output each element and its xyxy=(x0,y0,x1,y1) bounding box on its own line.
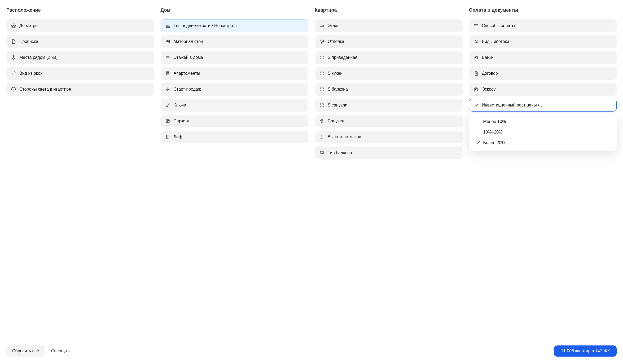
svg-rect-16 xyxy=(474,24,478,27)
escrow-icon xyxy=(473,87,479,92)
metro-icon xyxy=(11,23,16,28)
filter-label: S балкона xyxy=(328,87,348,92)
filter-label: S приведенная xyxy=(328,55,357,60)
card-icon xyxy=(473,23,479,28)
filter-house-1[interactable]: Материал стен xyxy=(161,35,309,48)
filter-label: Банки xyxy=(482,55,494,60)
contract-icon xyxy=(473,71,479,76)
filter-label: Виды ипотеки xyxy=(482,39,509,44)
filter-payment-2[interactable]: Банки xyxy=(469,51,617,64)
paint-roller-icon xyxy=(319,39,324,44)
filter-house-2[interactable]: Этажей в доме xyxy=(161,51,309,64)
svg-rect-10 xyxy=(166,119,169,123)
area-icon xyxy=(319,55,324,60)
area-icon xyxy=(319,103,324,108)
filter-label: Этажей в доме xyxy=(174,55,203,60)
filter-label: Старт продаж xyxy=(174,87,201,92)
filter-location-2[interactable]: Места рядом (2 км) xyxy=(6,51,154,64)
column-title-payment: Оплата и документы xyxy=(469,7,617,13)
investment-growth-popover: Менее 10%10%–20%Более 20% xyxy=(469,114,617,151)
filter-label: Эскроу xyxy=(482,87,496,92)
svg-point-1 xyxy=(13,56,14,57)
filter-apartment-3[interactable]: S кухни xyxy=(315,67,463,80)
filter-label: Прописка xyxy=(19,39,38,44)
column-location: РасположениеДо метроПропискаМеста рядом … xyxy=(6,7,154,96)
filter-location-0[interactable]: До метро xyxy=(6,19,154,32)
svg-rect-13 xyxy=(320,40,323,41)
popover-option-label: Менее 10% xyxy=(483,119,506,124)
filter-label: Санузел xyxy=(328,119,344,123)
filter-payment-3[interactable]: Договор xyxy=(469,67,617,80)
popover-option-label: Более 20% xyxy=(483,140,505,145)
filter-house-7[interactable]: Лифт xyxy=(161,131,309,143)
svg-point-18 xyxy=(476,42,477,43)
filter-label: Этаж xyxy=(328,23,338,28)
area-icon xyxy=(319,71,324,76)
filter-location-1[interactable]: Прописка xyxy=(6,35,154,48)
filter-apartment-5[interactable]: S санузла xyxy=(315,99,463,112)
popover-option-label: 10%–20% xyxy=(483,130,503,135)
ceiling-height-icon xyxy=(319,134,324,140)
parking-icon xyxy=(165,118,170,124)
chart-bars-icon xyxy=(165,23,170,28)
pin-icon xyxy=(11,55,16,60)
filter-location-4[interactable]: Стороны света в квартире xyxy=(6,83,154,96)
svg-rect-21 xyxy=(475,89,477,90)
show-results-button[interactable]: 11 006 квартир в 147 ЖК xyxy=(554,345,617,357)
filter-house-4[interactable]: Старт продаж xyxy=(161,83,309,96)
popover-option-2[interactable]: Более 20% xyxy=(469,137,617,148)
svg-rect-8 xyxy=(166,72,169,75)
filter-house-0[interactable]: Тип недвижимости • Новостро… xyxy=(161,19,309,32)
filter-payment-1[interactable]: Виды ипотеки xyxy=(469,35,617,48)
check-icon xyxy=(475,140,481,145)
collapse-button[interactable]: Свернуть xyxy=(51,349,70,353)
filter-label: До метро xyxy=(19,23,38,28)
filter-label: S кухни xyxy=(328,71,343,76)
balcony-type-icon xyxy=(319,150,324,156)
svg-rect-4 xyxy=(166,26,167,28)
filter-label: Апартаменты xyxy=(174,71,200,76)
svg-rect-15 xyxy=(320,151,323,153)
column-title-house: Дом xyxy=(161,7,309,13)
lightning-icon xyxy=(165,87,170,92)
popover-option-1[interactable]: 10%–20% xyxy=(469,127,617,137)
reset-all-button[interactable]: Сбросить всё xyxy=(6,345,45,357)
svg-rect-14 xyxy=(321,42,322,43)
filter-apartment-7[interactable]: Высота потолков xyxy=(315,131,463,143)
filter-label: Тип балкона xyxy=(328,150,352,155)
filter-label: Места рядом (2 км) xyxy=(19,55,58,60)
filter-apartment-4[interactable]: S балкона xyxy=(315,83,463,96)
filter-house-5[interactable]: Ключи xyxy=(161,99,309,112)
compass-icon xyxy=(11,87,16,92)
filter-house-3[interactable]: Апартаменты xyxy=(161,67,309,80)
filter-house-6[interactable]: Паркинг xyxy=(161,115,309,127)
svg-rect-6 xyxy=(169,26,169,28)
filter-apartment-0[interactable]: Этаж xyxy=(315,19,463,32)
svg-point-2 xyxy=(14,72,15,73)
filter-apartment-2[interactable]: S приведенная xyxy=(315,51,463,64)
filter-payment-4[interactable]: Эскроу xyxy=(469,83,617,96)
area-icon xyxy=(319,87,324,92)
key-icon xyxy=(165,103,170,108)
filter-label: S санузла xyxy=(328,103,347,108)
filter-label: Отделка xyxy=(328,39,344,44)
column-house: ДомТип недвижимости • Новостро…Материал … xyxy=(161,7,309,143)
filter-payment-0[interactable]: Способы оплаты xyxy=(469,19,617,32)
filter-label: Материал стен xyxy=(174,39,203,44)
floors-icon xyxy=(165,55,170,60)
popover-option-0[interactable]: Менее 10% xyxy=(469,116,617,127)
filter-label: Паркинг xyxy=(174,119,190,123)
filter-payment-5[interactable]: Инвестиционный рост цены • … xyxy=(469,99,617,112)
filter-apartment-8[interactable]: Тип балкона xyxy=(315,147,463,159)
filter-location-3[interactable]: Вид из окон xyxy=(6,67,154,80)
filter-label: Инвестиционный рост цены • … xyxy=(482,103,545,108)
growth-icon xyxy=(473,103,479,108)
svg-rect-12 xyxy=(320,25,323,26)
filter-label: Способы оплаты xyxy=(482,23,515,28)
bank-icon xyxy=(473,55,479,60)
filter-label: Лифт xyxy=(174,135,184,139)
percent-icon xyxy=(473,39,479,44)
filter-apartment-1[interactable]: Отделка xyxy=(315,35,463,48)
elevator-icon xyxy=(165,134,170,140)
filter-apartment-6[interactable]: Санузел xyxy=(315,115,463,127)
